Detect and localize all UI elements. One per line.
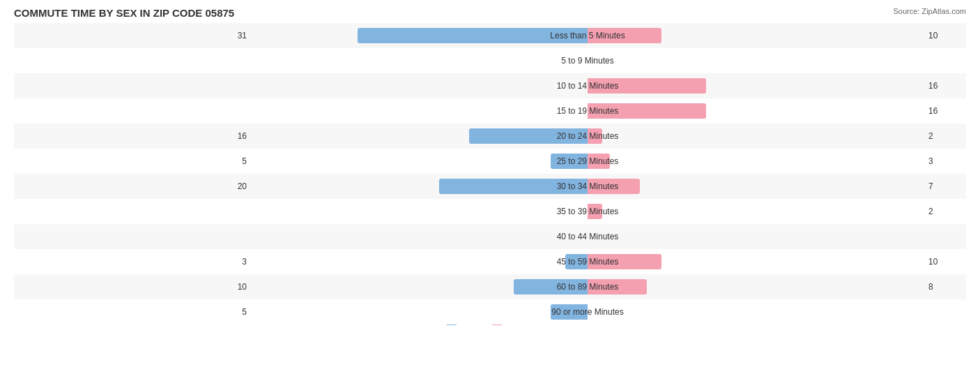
bars-center: 60 to 89 Minutes — [251, 274, 924, 299]
male-bar-wrap — [358, 254, 588, 269]
chart-container: COMMUTE TIME BY SEX IN ZIP CODE 05875 So… — [0, 0, 980, 365]
female-bar-wrap — [588, 28, 818, 43]
female-bar-wrap — [588, 179, 818, 194]
female-bar — [588, 103, 706, 119]
chart-row: 3 45 to 59 Minutes 10 — [14, 249, 966, 274]
chart-row: 35 to 39 Minutes 2 — [14, 199, 966, 224]
female-value: 7 — [924, 181, 966, 191]
female-bar — [588, 28, 661, 43]
male-bar — [514, 279, 588, 295]
female-value: 10 — [924, 31, 966, 40]
female-value: 16 — [924, 106, 966, 116]
male-value: 16 — [14, 131, 251, 141]
bars-center: 45 to 59 Minutes — [251, 249, 924, 274]
male-value: 20 — [14, 181, 251, 191]
female-value: 2 — [924, 131, 966, 141]
source-label: Source: ZipAtlas.com — [893, 7, 966, 15]
bars-center: 10 to 14 Minutes — [251, 73, 924, 98]
female-value: 10 — [924, 257, 966, 267]
chart-row: 10 60 to 89 Minutes 8 — [14, 274, 966, 299]
female-bar-wrap — [588, 204, 818, 219]
female-bar — [588, 154, 610, 169]
bars-center: 20 to 24 Minutes — [251, 124, 924, 149]
bars-center: 35 to 39 Minutes — [251, 199, 924, 224]
chart-row: 5 to 9 Minutes — [14, 48, 966, 73]
female-bar-wrap — [588, 154, 818, 169]
female-bar — [588, 179, 640, 194]
female-bar — [588, 279, 647, 295]
male-bar-wrap — [358, 154, 588, 169]
female-value: 8 — [924, 282, 966, 292]
bars-center: 40 to 44 Minutes — [251, 224, 924, 249]
chart-area: 31 Less than 5 Minutes 10 5 to 9 Minutes — [14, 23, 966, 311]
male-value: 3 — [14, 257, 251, 267]
male-bar — [551, 154, 588, 169]
male-bar-wrap — [358, 78, 588, 94]
male-value: 5 — [14, 156, 251, 166]
male-bar-wrap — [358, 279, 588, 295]
chart-row: 20 30 to 34 Minutes 7 — [14, 174, 966, 199]
female-bar — [588, 128, 602, 144]
chart-title: COMMUTE TIME BY SEX IN ZIP CODE 05875 — [14, 7, 966, 19]
female-bar-wrap — [588, 229, 818, 244]
male-bar-wrap — [358, 304, 588, 320]
chart-row: 10 to 14 Minutes 16 — [14, 73, 966, 98]
male-bar-wrap — [358, 179, 588, 194]
male-value: 5 — [14, 307, 251, 317]
bars-center: 30 to 34 Minutes — [251, 174, 924, 199]
male-bar-wrap — [358, 103, 588, 119]
female-bar-wrap — [588, 103, 818, 119]
female-bar-wrap — [588, 304, 818, 320]
male-value: 10 — [14, 282, 251, 292]
female-bar-wrap — [588, 128, 818, 144]
male-bar — [565, 254, 588, 269]
bars-center: 90 or more Minutes — [251, 299, 924, 325]
bars-center: 15 to 19 Minutes — [251, 98, 924, 124]
chart-row: 15 to 19 Minutes 16 — [14, 98, 966, 124]
male-bar — [358, 28, 588, 43]
male-bar-wrap — [358, 53, 588, 68]
chart-row: 5 25 to 29 Minutes 3 — [14, 149, 966, 174]
bars-center: 5 to 9 Minutes — [251, 48, 924, 73]
female-bar — [588, 78, 706, 94]
male-value: 31 — [14, 31, 251, 40]
female-value: 3 — [924, 156, 966, 166]
female-bar-wrap — [588, 78, 818, 94]
female-value: 2 — [924, 207, 966, 216]
female-bar-wrap — [588, 254, 818, 269]
female-bar — [588, 204, 602, 219]
male-bar — [551, 304, 588, 320]
female-bar-wrap — [588, 53, 818, 68]
chart-row: 40 to 44 Minutes — [14, 224, 966, 249]
male-bar-wrap — [358, 28, 588, 43]
bars-center: 25 to 29 Minutes — [251, 149, 924, 174]
bars-center: Less than 5 Minutes — [251, 23, 924, 48]
male-bar-wrap — [358, 128, 588, 144]
chart-row: 16 20 to 24 Minutes 2 — [14, 124, 966, 149]
male-bar-wrap — [358, 229, 588, 244]
female-value: 16 — [924, 81, 966, 91]
chart-row: 5 90 or more Minutes — [14, 299, 966, 325]
chart-row: 31 Less than 5 Minutes 10 — [14, 23, 966, 48]
female-bar — [588, 254, 661, 269]
male-bar-wrap — [358, 204, 588, 219]
male-bar — [469, 128, 588, 144]
male-bar — [439, 179, 588, 194]
female-bar-wrap — [588, 279, 818, 295]
